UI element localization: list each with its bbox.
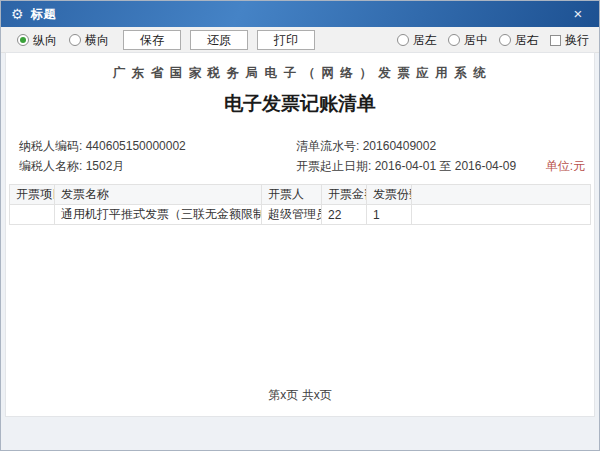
radio-align-center-icon[interactable]: [448, 34, 460, 46]
col-header-invoice-name: 发票名称: [55, 185, 262, 205]
field-taxpayer-name-value: 1502月: [86, 159, 125, 173]
radio-landscape-label: 横向: [85, 32, 109, 49]
field-taxpayer-name: 编税人名称: 1502月: [19, 158, 124, 175]
field-list-serial: 清单流水号: 20160409002: [296, 138, 436, 155]
field-list-serial-value: 20160409002: [363, 139, 436, 153]
field-row-1: 纳税人编码: 440605150000002 清单流水号: 2016040900…: [6, 138, 594, 154]
field-date-range-label: 开票起止日期:: [296, 159, 371, 173]
field-list-serial-label: 清单流水号:: [296, 139, 359, 153]
page-footer: 第x页 共x页: [6, 387, 594, 404]
field-taxpayer-code-value: 440605150000002: [86, 139, 186, 153]
page-title: 电子发票记账清单: [6, 91, 594, 117]
radio-align-center-label: 居中: [464, 32, 488, 49]
cell-item: [10, 205, 55, 225]
radio-align-right-label: 居右: [515, 32, 539, 49]
align-group: 居左 居中 居右 换行: [397, 27, 589, 53]
radio-align-left-icon[interactable]: [397, 34, 409, 46]
invoice-table: 开票项目 发票名称 开票人 开票金额 发票份数 通用机打平推式发票（三联无金额限…: [9, 184, 591, 225]
radio-landscape-icon[interactable]: [69, 34, 81, 46]
field-taxpayer-code: 纳税人编码: 440605150000002: [19, 138, 186, 155]
col-header-copies: 发票份数: [367, 185, 412, 205]
app-window: ⚙ 标题 × 纵向 横向 保存 还原 打印 居左: [0, 0, 600, 451]
field-taxpayer-name-label: 编税人名称:: [19, 159, 82, 173]
radio-align-right[interactable]: 居右: [499, 32, 539, 49]
radio-portrait[interactable]: 纵向: [17, 32, 57, 49]
toolbar: 纵向 横向 保存 还原 打印 居左 居中 居右: [1, 27, 599, 53]
radio-align-right-icon[interactable]: [499, 34, 511, 46]
orientation-group: 纵向 横向: [17, 27, 109, 53]
print-button[interactable]: 打印: [257, 30, 315, 50]
radio-align-center[interactable]: 居中: [448, 32, 488, 49]
cell-amount: 22: [322, 205, 367, 225]
checkbox-wrap-label: 换行: [565, 32, 589, 49]
org-title: 广 东 省 国 家 税 务 局 电 子 （ 网 络 ） 发 票 应 用 系 统: [6, 65, 594, 82]
checkbox-wrap-icon[interactable]: [550, 35, 561, 46]
restore-button[interactable]: 还原: [190, 30, 248, 50]
cell-copies: 1: [367, 205, 412, 225]
cell-empty: [412, 205, 591, 225]
field-row-2: 编税人名称: 1502月 开票起止日期: 2016-04-01 至 2016-0…: [6, 158, 594, 174]
cell-invoice-name: 通用机打平推式发票（三联无金额限制版-210mm×297...: [55, 205, 262, 225]
radio-landscape[interactable]: 横向: [69, 32, 109, 49]
table-header-row: 开票项目 发票名称 开票人 开票金额 发票份数: [10, 185, 591, 205]
checkbox-wrap[interactable]: 换行: [550, 32, 589, 49]
save-button[interactable]: 保存: [123, 30, 181, 50]
radio-align-left-label: 居左: [413, 32, 437, 49]
col-header-item: 开票项目: [10, 185, 55, 205]
title-bar: ⚙ 标题 ×: [1, 1, 599, 27]
col-header-amount: 开票金额: [322, 185, 367, 205]
window-title: 标题: [31, 6, 57, 23]
radio-portrait-label: 纵向: [33, 32, 57, 49]
action-buttons: 保存 还原 打印: [123, 27, 315, 53]
radio-portrait-icon[interactable]: [17, 34, 29, 46]
col-header-empty: [412, 185, 591, 205]
close-icon[interactable]: ×: [567, 4, 589, 24]
table-row[interactable]: 通用机打平推式发票（三联无金额限制版-210mm×297... 超级管理员 22…: [10, 205, 591, 225]
field-taxpayer-code-label: 纳税人编码:: [19, 139, 82, 153]
field-date-range-value: 2016-04-01 至 2016-04-09: [375, 159, 516, 173]
cell-issuer: 超级管理员: [262, 205, 322, 225]
field-date-range: 开票起止日期: 2016-04-01 至 2016-04-09: [296, 158, 516, 175]
gear-icon: ⚙: [11, 7, 24, 21]
col-header-issuer: 开票人: [262, 185, 322, 205]
radio-align-left[interactable]: 居左: [397, 32, 437, 49]
document-panel: 广 东 省 国 家 税 务 局 电 子 （ 网 络 ） 发 票 应 用 系 统 …: [5, 52, 595, 417]
unit-label: 单位:元: [546, 158, 585, 175]
